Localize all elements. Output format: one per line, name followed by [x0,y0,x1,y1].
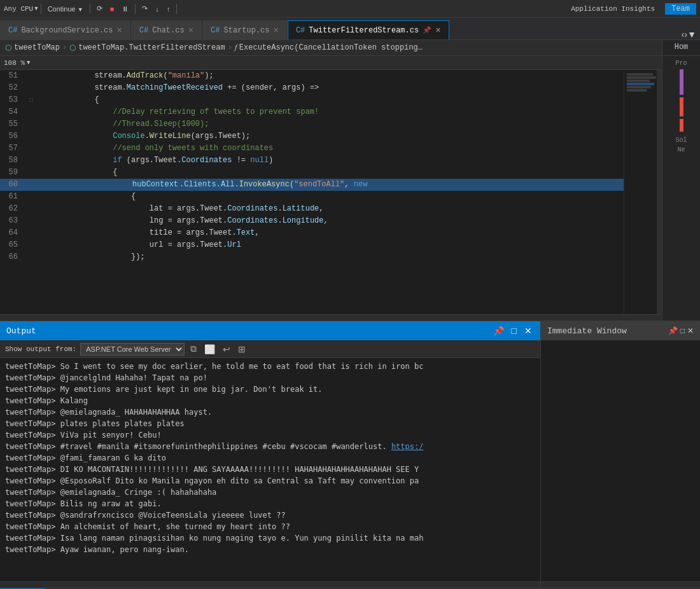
cpu-selector[interactable]: Any CPU ▼ [4,5,38,13]
tab-label-background: BackgroundService.cs [21,26,113,35]
error-indicator-2 [680,119,683,132]
close-icon-background[interactable]: × [116,26,122,35]
editor-tab-bar: C# BackgroundService.cs × C# Chat.cs × C… [0,18,700,40]
close-icon-chat[interactable]: × [188,26,193,35]
tab-label-chat: Chat.cs [152,26,184,35]
output-link[interactable]: https:/ [391,442,424,451]
chevron-zoom: ▼ [27,60,30,66]
cpu-label: Any CPU [4,5,33,13]
code-line-61: 61 { [0,191,624,203]
stop-button[interactable]: ■ [106,4,118,14]
output-wrap-button[interactable]: ↩ [221,344,232,354]
immediate-scroll[interactable] [541,581,700,588]
output-clear-button[interactable]: ⬜ [202,344,217,354]
immediate-close-button[interactable]: ✕ [687,326,694,335]
output-source-select[interactable]: ASP.NET Core Web Server [80,343,185,356]
editor-pane: ⬡ tweetToMap › ⬡ tweetToMap.TwitterFilte… [0,40,662,321]
right-panel-home: Hom [662,40,700,56]
pin-icon: 📌 [423,26,431,34]
restart-button[interactable]: ⟳ [93,3,106,14]
minimap-scrollbar [657,70,662,314]
tab-label-startup: Startup.cs [223,26,269,35]
code-line-66: 66 }); [0,251,624,263]
pro-indicator [680,69,683,95]
pro-label: Pro [665,60,697,67]
code-line-62: 62 lat = args.Tweet.Coordinates.Latitude… [0,203,624,215]
tab-startup[interactable]: C# Startup.cs × [202,20,287,39]
step-over-button[interactable]: ↷ [138,3,151,14]
tab-dropdown[interactable]: ▼ [687,29,696,39]
output-line: tweetToMap> @EsposoRalf Dito ko Manila n… [5,475,535,487]
tab-bar-controls: ‹ › ▼ [682,29,700,39]
tab-icon-twitter: C# [296,26,305,35]
output-line: tweetToMap> @emielagnada_ HAHAHAHAHHAA h… [5,406,535,418]
output-panel-header: Output 📌 □ ✕ [0,321,540,340]
output-copy-button[interactable]: ⧉ [188,343,199,354]
toolbar-separator-1 [41,4,41,14]
main-area: ⬡ tweetToMap › ⬡ tweetToMap.TwitterFilte… [0,40,700,321]
zoom-value: 108 % [4,59,25,67]
chevron-down-icon: ▼ [34,6,38,12]
immediate-pin-button[interactable]: 📌 [668,326,678,335]
breadcrumb-sep-2: › [228,43,232,52]
output-body: tweetToMap> So I went to see my doc earl… [0,358,540,581]
continue-button[interactable]: Continue ▼ [44,4,87,14]
output-line: tweetToMap> My emotions are just kept in… [5,384,535,395]
toolbar-separator-4 [176,4,177,14]
horizontal-scrollbar[interactable] [0,314,662,321]
pause-button[interactable]: ⏸ [118,4,132,14]
code-line-64: 64 title = args.Tweet.Text, [0,227,624,239]
team-label: Team [665,3,696,15]
code-line-60: 60 hubContext.Clients.All.InvokeAsync("s… [0,179,624,191]
breadcrumb-part1: tweetToMap [14,43,60,52]
tab-label-twitter: TwitterFilteredStream.cs [309,26,419,35]
output-filter-button[interactable]: ⊞ [236,344,248,354]
code-line-63: 63 lng = args.Tweet.Coordinates.Longitud… [0,215,624,227]
output-line: tweetToMap> @fami_famaran G ka dito [5,452,535,464]
code-line-55: 55 //Thread.Sleep(1000); [0,118,624,130]
breadcrumb-sep-1: › [62,43,67,52]
breadcrumb: ⬡ tweetToMap › ⬡ tweetToMap.TwitterFilte… [0,40,662,56]
output-horizontal-scroll[interactable] [0,581,540,588]
output-close-button[interactable]: ✕ [522,326,534,336]
output-line: tweetToMap> So I went to see my doc earl… [5,361,535,372]
tab-chat[interactable]: C# Chat.cs × [131,20,202,39]
tab-twitter-filtered-stream[interactable]: C# TwitterFilteredStream.cs 📌 × [288,20,449,39]
output-pin-button[interactable]: 📌 [491,326,506,336]
code-line-65: 65 url = args.Tweet.Url [0,239,624,251]
close-icon-startup[interactable]: × [274,26,279,35]
output-maximize-button[interactable]: □ [510,326,519,336]
tab-icon-startup: C# [211,26,220,35]
minimap [624,70,662,314]
continue-label: Continue [48,5,76,13]
output-panel: Output 📌 □ ✕ Show output from: ASP.NET C… [0,321,541,588]
tab-icon-bg: C# [8,26,17,35]
error-indicator [680,97,683,116]
code-lines-container[interactable]: 51 stream.AddTrack("manila"); 52 stream.… [0,70,624,314]
source-label: Show output from: [5,345,76,353]
chevron-down-icon-2: ▼ [78,6,83,13]
code-line-53: 53 □ { [0,94,624,106]
sol-label: Sol [668,137,695,144]
code-line-56: 56 Console.WriteLine(args.Tweet); [0,130,624,142]
output-line: tweetToMap> @jancelglnd Hahaha! Tapat na… [5,372,535,384]
immediate-maximize-button[interactable]: □ [680,326,685,335]
output-line: tweetToMap> Isa lang naman pinagsisihan … [5,532,535,544]
zoom-bar: 108 % ▼ [0,56,662,70]
toolbar-separator-2 [90,4,90,14]
output-title: Output [6,326,36,336]
output-line: tweetToMap> An alchemist of heart, she t… [5,521,535,532]
output-line: tweetToMap> ViVa pit senyor! Cebu! [5,429,535,441]
code-line-57: 57 //send only tweets with coordinates [0,142,624,155]
output-line: tweetToMap> @emielagnada_ Cringe :( haha… [5,487,535,498]
code-line-51: 51 stream.AddTrack("manila"); [0,70,624,82]
step-out-button[interactable]: ↑ [163,4,174,14]
breadcrumb-part3: ExecuteAsync(CancellationToken stopping… [239,43,423,52]
close-icon-twitter[interactable]: × [435,26,440,35]
code-line-54: 54 //Delay retrieving of tweets to preve… [0,106,624,118]
step-into-button[interactable]: ↓ [151,4,163,14]
immediate-title: Immediate Window [547,326,627,336]
immediate-content[interactable] [541,340,700,581]
tab-background-service[interactable]: C# BackgroundService.cs × [0,20,130,39]
output-content[interactable]: tweetToMap> So I went to see my doc earl… [0,358,540,581]
